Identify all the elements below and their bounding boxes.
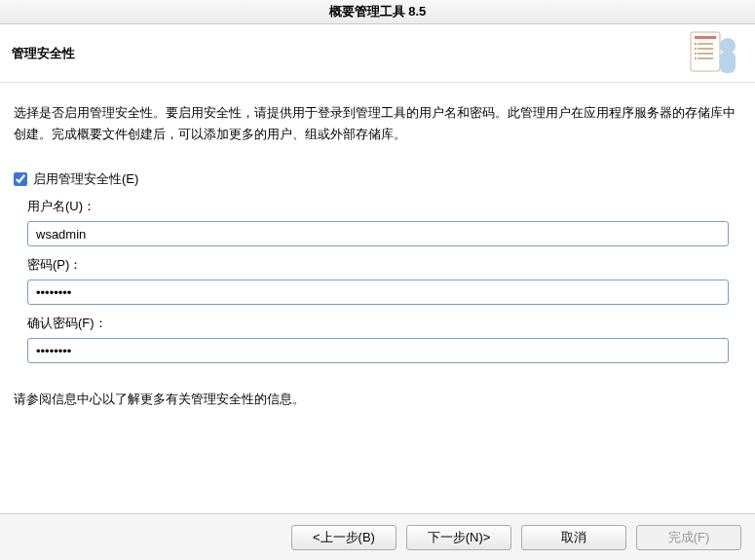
next-button[interactable]: 下一步(N)> xyxy=(406,525,511,550)
back-button[interactable]: <上一步(B) xyxy=(291,525,396,550)
svg-point-6 xyxy=(695,43,697,45)
footer-note: 请参阅信息中心以了解更多有关管理安全性的信息。 xyxy=(14,391,741,408)
confirm-password-input[interactable] xyxy=(27,338,729,363)
window-title-bar: 概要管理工具 8.5 xyxy=(0,0,755,24)
svg-rect-11 xyxy=(720,52,736,73)
confirm-password-group: 确认密码(F)： xyxy=(14,315,741,363)
wizard-icon xyxy=(685,26,743,80)
svg-point-10 xyxy=(720,38,736,54)
username-label: 用户名(U)： xyxy=(27,198,741,215)
enable-security-checkbox[interactable] xyxy=(14,172,27,186)
svg-rect-2 xyxy=(698,43,713,45)
svg-rect-3 xyxy=(698,48,713,50)
password-group: 密码(P)： xyxy=(14,256,741,305)
enable-security-row: 启用管理安全性(E) xyxy=(14,170,741,188)
page-header: 管理安全性 xyxy=(0,24,755,83)
svg-rect-1 xyxy=(695,36,716,39)
description-text: 选择是否启用管理安全性。要启用安全性，请提供用于登录到管理工具的用户名和密码。此… xyxy=(14,102,741,145)
username-input[interactable] xyxy=(27,221,729,246)
svg-point-7 xyxy=(695,48,697,50)
window-title: 概要管理工具 8.5 xyxy=(329,3,427,20)
confirm-password-label: 确认密码(F)： xyxy=(27,315,741,332)
username-group: 用户名(U)： xyxy=(14,198,741,246)
password-label: 密码(P)： xyxy=(27,256,741,274)
svg-point-9 xyxy=(695,57,697,59)
password-input[interactable] xyxy=(27,280,729,305)
svg-point-8 xyxy=(695,53,697,55)
page-title: 管理安全性 xyxy=(12,45,685,62)
svg-rect-4 xyxy=(698,53,713,55)
cancel-button[interactable]: 取消 xyxy=(521,525,626,550)
svg-rect-5 xyxy=(698,57,713,59)
button-bar: <上一步(B) 下一步(N)> 取消 完成(F) xyxy=(0,513,755,560)
content-area: 选择是否启用管理安全性。要启用安全性，请提供用于登录到管理工具的用户名和密码。此… xyxy=(0,83,755,418)
enable-security-label[interactable]: 启用管理安全性(E) xyxy=(33,170,138,188)
finish-button: 完成(F) xyxy=(636,525,741,550)
